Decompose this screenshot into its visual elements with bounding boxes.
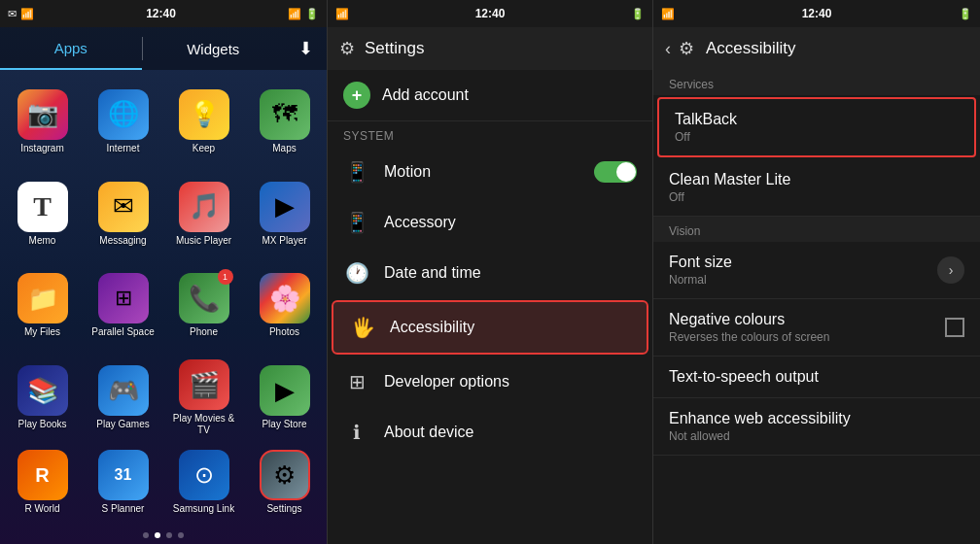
status-time-3: 12:40 [802, 7, 832, 20]
signal-icon-2: 📶 [335, 8, 349, 20]
signal-icon-3: 📶 [661, 8, 675, 20]
settings-header: ⚙ Settings [328, 27, 652, 70]
status-bar-1: ✉ 📶 12:40 📶 🔋 [0, 0, 327, 27]
app-label-myfiles: My Files [24, 326, 60, 338]
settings-item-motion[interactable]: 📱 Motion [328, 147, 652, 197]
settings-item-datetime[interactable]: 🕐 Date and time [328, 248, 652, 298]
app-label-internet: Internet [107, 143, 140, 154]
about-icon: ℹ [343, 421, 370, 444]
settings-item-accessibility[interactable]: 🖐 Accessibility [332, 300, 648, 355]
settings-header-title: Settings [365, 39, 424, 58]
app-item-playgames[interactable]: 🎮 Play Games [85, 354, 161, 442]
app-item-photos[interactable]: 🌸 Photos [246, 262, 323, 351]
status-bar-2-left: 📶 [335, 8, 349, 20]
app-grid: 📷 Instagram 🌐 Internet 💡 Keep 🗺 Maps T M… [0, 70, 327, 527]
settings-item-accessory[interactable]: 📱 Accessory [328, 197, 652, 248]
dot-3 [166, 532, 172, 538]
fontsize-chevron[interactable]: › [937, 256, 964, 284]
checkbox-icon [945, 318, 964, 337]
app-icon-rworld: R [18, 450, 68, 500]
add-account-label: Add account [382, 86, 469, 104]
app-item-settings[interactable]: ⚙ Settings [246, 446, 323, 519]
app-icon-samsunglink: ⊙ [179, 450, 229, 500]
app-item-memo[interactable]: T Memo [4, 170, 81, 258]
download-icon: ⬇ [298, 38, 313, 59]
app-icon-playstore: ▶ [260, 365, 310, 416]
status-bar-right-icons: 📶 🔋 [288, 8, 319, 20]
app-label-keep: Keep [192, 143, 215, 154]
status-bar-3-right: 🔋 [959, 8, 972, 20]
about-text: About device [384, 424, 637, 441]
app-item-mxplayer[interactable]: ▶ MX Player [246, 170, 323, 258]
texttospeech-title: Text-to-speech output [669, 368, 964, 386]
settings-item-about[interactable]: ℹ About device [328, 407, 652, 458]
settings-item-developer[interactable]: ⊞ Developer options [328, 357, 652, 407]
app-item-maps[interactable]: 🗺 Maps [246, 78, 323, 166]
app-icon-playbooks: 📚 [18, 365, 68, 416]
negativecolours-item[interactable]: Negative colours Reverses the colours of… [653, 299, 980, 357]
app-item-messaging[interactable]: ✉ Messaging [85, 170, 161, 258]
app-item-internet[interactable]: 🌐 Internet [85, 78, 161, 166]
enhanceweb-text: Enhance web accessibility Not allowed [669, 410, 964, 443]
datetime-icon: 🕐 [343, 261, 370, 285]
enhanceweb-item[interactable]: Enhance web accessibility Not allowed [653, 398, 980, 456]
cleanmaster-item[interactable]: Clean Master Lite Off [653, 159, 980, 217]
app-icon-mxplayer: ▶ [260, 182, 310, 232]
app-item-playmovies[interactable]: 🎬 Play Movies & TV [165, 354, 242, 442]
app-icon-messaging: ✉ [98, 182, 149, 232]
negativecolours-checkbox[interactable] [945, 318, 964, 337]
datetime-label: Date and time [384, 264, 481, 281]
app-label-samsunglink: Samsung Link [173, 503, 234, 515]
app-label-instagram: Instagram [20, 143, 63, 154]
talkback-text: TalkBack Off [675, 111, 959, 144]
app-label-music: Music Player [176, 235, 231, 247]
app-label-splanner: S Planner [102, 503, 145, 515]
texttospeech-text: Text-to-speech output [669, 368, 964, 386]
status-bar-2-right: 🔋 [631, 8, 645, 20]
motion-toggle-thumb [616, 162, 636, 182]
talkback-title: TalkBack [675, 111, 959, 128]
app-item-phone[interactable]: 📞 1 Phone [165, 262, 242, 351]
status-bar-left-icons: ✉ 📶 [8, 8, 34, 20]
talkback-subtitle: Off [675, 130, 959, 144]
app-item-playstore[interactable]: ▶ Play Store [246, 354, 323, 442]
fontsize-item[interactable]: Font size Normal › [653, 242, 980, 299]
app-item-rworld[interactable]: R R World [4, 446, 81, 519]
app-item-samsunglink[interactable]: ⊙ Samsung Link [165, 446, 242, 519]
app-item-keep[interactable]: 💡 Keep [165, 78, 242, 166]
battery-icon-3: 🔋 [959, 8, 972, 20]
app-icon-playgames: 🎮 [98, 365, 149, 416]
app-item-playbooks[interactable]: 📚 Play Books [4, 354, 81, 442]
talkback-item[interactable]: TalkBack Off [657, 97, 976, 157]
app-item-myfiles[interactable]: 📁 My Files [4, 262, 81, 351]
fontsize-text: Font size Normal [669, 254, 937, 287]
app-icon-phone: 📞 1 [179, 273, 229, 323]
app-label-parallel: Parallel Space [91, 326, 154, 338]
motion-toggle[interactable] [594, 161, 637, 183]
texttospeech-item[interactable]: Text-to-speech output [653, 357, 980, 398]
settings-panel: 📶 12:40 🔋 ⚙ Settings + Add account Syste… [327, 0, 653, 544]
app-drawer-tabs: Apps Widgets ⬇ [0, 27, 327, 70]
app-item-parallel[interactable]: ⊞ Parallel Space [85, 262, 161, 351]
enhanceweb-title: Enhance web accessibility [669, 410, 964, 427]
download-button[interactable]: ⬇ [284, 27, 327, 70]
section-system-label: System [328, 121, 652, 147]
battery-icon: 🔋 [305, 8, 319, 20]
app-item-instagram[interactable]: 📷 Instagram [4, 78, 81, 166]
status-bar-3: 📶 12:40 🔋 [653, 0, 980, 27]
tab-apps[interactable]: Apps [0, 27, 142, 70]
app-label-rworld: R World [25, 503, 60, 515]
tab-widgets[interactable]: Widgets [143, 27, 285, 70]
app-icon-internet: 🌐 [98, 89, 149, 140]
app-item-splanner[interactable]: 31 S Planner [85, 446, 161, 519]
email-icon: ✉ [8, 8, 17, 20]
add-account-row[interactable]: + Add account [328, 70, 652, 121]
signal-icon: 📶 [20, 8, 34, 20]
app-icon-myfiles: 📁 [18, 273, 68, 323]
app-label-playgames: Play Games [96, 419, 149, 430]
back-icon[interactable]: ‹ [665, 39, 671, 59]
app-item-music[interactable]: 🎵 Music Player [165, 170, 242, 258]
negativecolours-text: Negative colours Reverses the colours of… [669, 311, 945, 344]
cleanmaster-text: Clean Master Lite Off [669, 171, 964, 204]
vision-section-label: Vision [653, 217, 980, 242]
